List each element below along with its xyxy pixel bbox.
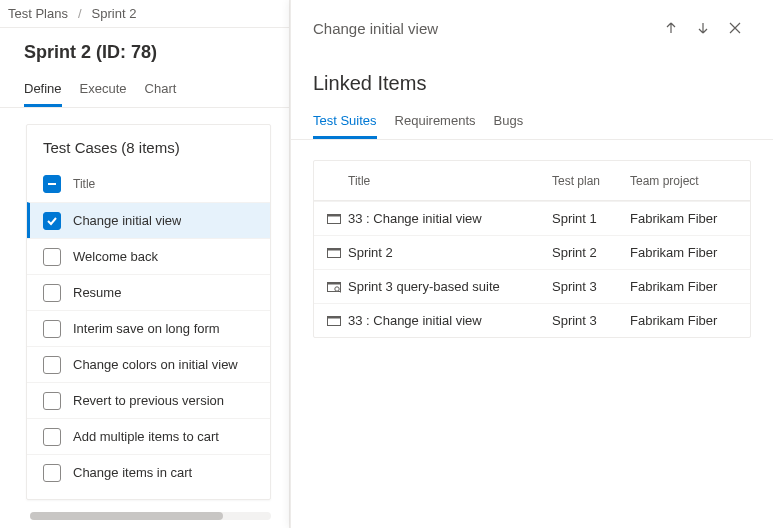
row-title: 33 : Change initial view: [344, 211, 552, 226]
test-case-title: Change initial view: [73, 213, 181, 228]
static-suite-icon: [324, 213, 344, 225]
row-checkbox[interactable]: [43, 284, 61, 302]
close-icon[interactable]: [719, 12, 751, 44]
test-case-title: Change items in cart: [73, 465, 192, 480]
select-all-checkbox[interactable]: [43, 175, 61, 193]
col-title-label: Title: [344, 174, 552, 188]
svg-point-7: [335, 286, 339, 290]
row-team: Fabrikam Fiber: [630, 211, 740, 226]
test-case-title: Welcome back: [73, 249, 158, 264]
left-pane: Test Plans / Sprint 2 Sprint 2 (ID: 78) …: [0, 0, 290, 528]
tab-execute[interactable]: Execute: [80, 75, 127, 107]
panel-tabs: Test Suites Requirements Bugs: [291, 103, 773, 140]
test-cases-header: Test Cases (8 items): [27, 125, 270, 166]
breadcrumb-separator: /: [78, 6, 82, 21]
tab-test-suites[interactable]: Test Suites: [313, 107, 377, 139]
test-case-title: Interim save on long form: [73, 321, 220, 336]
col-team-label: Team project: [630, 174, 740, 188]
horizontal-scrollbar[interactable]: [30, 512, 271, 522]
row-checkbox[interactable]: [43, 428, 61, 446]
breadcrumb-root[interactable]: Test Plans: [8, 6, 68, 21]
svg-rect-2: [328, 214, 341, 216]
test-case-title: Revert to previous version: [73, 393, 224, 408]
query-suite-icon: [324, 281, 344, 293]
test-case-row[interactable]: Interim save on long form: [27, 310, 270, 346]
test-case-title: Add multiple items to cart: [73, 429, 219, 444]
row-checkbox[interactable]: [43, 248, 61, 266]
arrow-down-icon[interactable]: [687, 12, 719, 44]
test-case-row[interactable]: Change colors on initial view: [27, 346, 270, 382]
row-plan: Sprint 1: [552, 211, 630, 226]
linked-items-heading: Linked Items: [291, 54, 773, 103]
tab-define[interactable]: Define: [24, 75, 62, 107]
breadcrumb-current[interactable]: Sprint 2: [92, 6, 137, 21]
arrow-up-icon[interactable]: [655, 12, 687, 44]
test-cases-card: Test Cases (8 items) Title Change initia…: [26, 124, 271, 500]
row-plan: Sprint 2: [552, 245, 630, 260]
test-case-row[interactable]: Resume: [27, 274, 270, 310]
row-checkbox[interactable]: [43, 212, 61, 230]
row-team: Fabrikam Fiber: [630, 313, 740, 328]
column-title-label: Title: [73, 177, 95, 191]
col-plan-label: Test plan: [552, 174, 630, 188]
test-cases-column-header: Title: [27, 166, 270, 202]
page-title: Sprint 2 (ID: 78): [0, 28, 289, 71]
test-case-row[interactable]: Change initial view: [27, 202, 270, 238]
static-suite-icon: [324, 315, 344, 327]
row-checkbox[interactable]: [43, 320, 61, 338]
panel-header: Change initial view: [291, 0, 773, 54]
test-case-title: Resume: [73, 285, 121, 300]
tab-chart[interactable]: Chart: [145, 75, 177, 107]
svg-rect-0: [48, 183, 56, 185]
row-checkbox[interactable]: [43, 392, 61, 410]
row-plan: Sprint 3: [552, 279, 630, 294]
row-team: Fabrikam Fiber: [630, 279, 740, 294]
test-case-row[interactable]: Add multiple items to cart: [27, 418, 270, 454]
table-row[interactable]: 33 : Change initial view Sprint 1 Fabrik…: [314, 201, 750, 235]
row-title: Sprint 3 query-based suite: [344, 279, 552, 294]
row-checkbox[interactable]: [43, 464, 61, 482]
row-plan: Sprint 3: [552, 313, 630, 328]
table-row[interactable]: 33 : Change initial view Sprint 3 Fabrik…: [314, 303, 750, 337]
test-case-row[interactable]: Revert to previous version: [27, 382, 270, 418]
svg-rect-10: [328, 316, 341, 318]
table-header-row: Title Test plan Team project: [314, 161, 750, 201]
row-team: Fabrikam Fiber: [630, 245, 740, 260]
row-title: 33 : Change initial view: [344, 313, 552, 328]
svg-rect-6: [328, 282, 341, 284]
side-panel: Change initial view Linked Items Test Su…: [290, 0, 773, 528]
tab-bugs[interactable]: Bugs: [494, 107, 524, 139]
svg-rect-4: [328, 248, 341, 250]
table-row[interactable]: Sprint 3 query-based suite Sprint 3 Fabr…: [314, 269, 750, 303]
breadcrumb: Test Plans / Sprint 2: [0, 0, 289, 28]
table-row[interactable]: Sprint 2 Sprint 2 Fabrikam Fiber: [314, 235, 750, 269]
row-title: Sprint 2: [344, 245, 552, 260]
test-case-row[interactable]: Welcome back: [27, 238, 270, 274]
static-suite-icon: [324, 247, 344, 259]
row-checkbox[interactable]: [43, 356, 61, 374]
test-case-title: Change colors on initial view: [73, 357, 238, 372]
linked-items-table: Title Test plan Team project 33 : Change…: [313, 160, 751, 338]
tab-requirements[interactable]: Requirements: [395, 107, 476, 139]
main-tabs: Define Execute Chart: [0, 71, 289, 108]
panel-title: Change initial view: [313, 20, 655, 37]
test-case-row[interactable]: Change items in cart: [27, 454, 270, 490]
